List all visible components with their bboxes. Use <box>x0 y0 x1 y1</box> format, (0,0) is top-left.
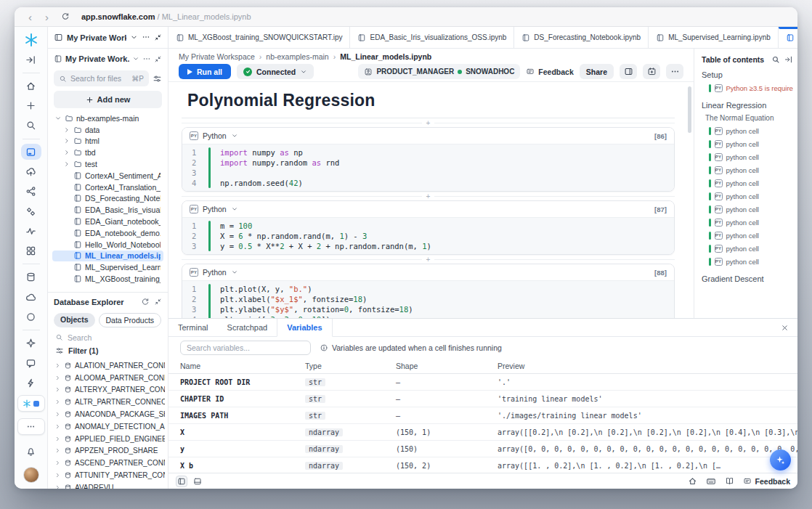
tab-DS_Forecasting_Notebook.ipynb[interactable]: DS_Forecasting_Notebook.ipynb <box>514 27 649 48</box>
status-feedback-button[interactable]: Feedback <box>743 477 790 486</box>
more-icon[interactable] <box>142 54 151 63</box>
code-cell[interactable]: PYPython[86]1import numpy as np2import n… <box>182 127 675 192</box>
notebook-scrollbar[interactable] <box>688 86 691 133</box>
connection-status-button[interactable]: Connected <box>237 64 314 79</box>
insert-cell-divider[interactable]: + <box>182 192 675 200</box>
insert-cell-plus-icon[interactable]: + <box>422 256 435 264</box>
toc-heading-Setup[interactable]: Setup <box>702 70 793 79</box>
chevron-right-icon[interactable] <box>54 423 61 430</box>
flash-icon[interactable] <box>21 375 41 391</box>
insert-cell-plus-icon[interactable]: + <box>422 192 435 200</box>
chevron-right-icon[interactable] <box>62 160 70 168</box>
tab-ML_Linear_models.ipynb[interactable]: ML_Linear_models.ipynb <box>779 27 797 48</box>
markdown-title[interactable]: Polynomial Regression <box>187 91 675 110</box>
chevron-right-icon[interactable] <box>54 362 61 369</box>
toc-search-icon[interactable] <box>771 55 780 64</box>
snowflake-logo-icon[interactable] <box>21 32 41 47</box>
dashboards-icon[interactable] <box>21 243 41 258</box>
copilot-button[interactable] <box>770 449 791 471</box>
more-icon[interactable] <box>142 31 150 44</box>
ai-icon[interactable] <box>21 335 41 351</box>
chevron-right-icon[interactable] <box>54 399 61 405</box>
file-filter-icon[interactable] <box>153 74 162 84</box>
run-all-button[interactable]: Run all <box>179 64 231 79</box>
toc-cell-link[interactable]: PYpython cell <box>702 176 793 190</box>
bottom-tab-Terminal[interactable]: Terminal <box>169 319 218 336</box>
collapse-panel-icon[interactable] <box>154 31 162 44</box>
tree-item-Hello_World_Notebook.ipy...[interactable]: Hello_World_Notebook.ipy... <box>52 239 163 251</box>
database-item-APPZEN_PROD_SHARE[interactable]: APPZEN_PROD_SHARE <box>51 445 165 457</box>
tree-item-ML_XGBoost_training_SN...[interactable]: ML_XGBoost_training_SN... <box>52 273 163 285</box>
toc-cell-link[interactable]: PYpython cell <box>702 163 793 176</box>
admin-icon[interactable] <box>21 290 41 305</box>
chevron-right-icon[interactable] <box>54 375 61 381</box>
marketplace-icon[interactable] <box>21 164 41 179</box>
chevron-right-icon[interactable] <box>54 484 61 489</box>
cell-language-selector[interactable]: PYPython[87] <box>182 201 674 217</box>
database-item-ALATION_PARTNER_CONN...[interactable]: ALATION_PARTNER_CONN... <box>51 359 165 372</box>
toc-cell-link[interactable]: PYpython cell <box>702 124 793 137</box>
database-item-ALOOMA_PARTNER_CONN...[interactable]: ALOOMA_PARTNER_CONN... <box>51 372 165 384</box>
database-item-ASCEND_PARTNER_CONNE...[interactable]: ASCEND_PARTNER_CONNE... <box>51 457 165 469</box>
toc-cell-link[interactable]: PYpython cell <box>702 242 793 255</box>
tree-item-ML_Linear_models.ipynb[interactable]: ML_Linear_models.ipynb <box>52 251 163 262</box>
tree-item-test[interactable]: test <box>52 158 163 170</box>
copilot-widget-button[interactable] <box>17 395 45 412</box>
cell-code[interactable]: 1plt.plot(X, y, "b.")2plt.xlabel("$x_1$"… <box>182 280 674 318</box>
breadcrumb-folder[interactable]: nb-examples-main <box>266 52 328 61</box>
database-filter[interactable]: Filter (1) <box>48 346 168 359</box>
collapse-panel-icon[interactable] <box>154 55 162 63</box>
activity-icon[interactable] <box>21 224 41 239</box>
chevron-right-icon[interactable] <box>54 386 61 393</box>
cell-code[interactable]: 1import numpy as np2import numpy.random … <box>182 144 674 191</box>
copilot-chat-icon[interactable] <box>21 355 41 370</box>
user-avatar[interactable] <box>23 467 39 483</box>
toc-cell-link[interactable]: PYpython cell <box>702 216 793 229</box>
side-panel-toggle-button[interactable] <box>620 64 637 79</box>
cell-language-selector[interactable]: PYPython[88] <box>182 264 674 280</box>
code-cell[interactable]: PYPython[88]1plt.plot(X, y, "b.")2plt.xl… <box>182 264 675 318</box>
search-files-input[interactable]: Search for files ⌘P <box>54 70 149 86</box>
toc-cell-link[interactable]: PYPython ≥3.5 is required <box>702 81 793 94</box>
database-item-ANACONDA_PACKAGE_SH...[interactable]: ANACONDA_PACKAGE_SH... <box>51 408 165 420</box>
database-item-AVADREVU[interactable]: AVADREVU <box>51 481 165 489</box>
breadcrumb-workspace[interactable]: My Private Workspace <box>179 52 255 61</box>
toc-cell-link[interactable]: PYpython cell <box>702 137 793 150</box>
tree-item-EDA_Basic_Iris_visualizatio...[interactable]: EDA_Basic_Iris_visualizatio... <box>52 204 163 216</box>
horizon-icon[interactable] <box>21 309 41 325</box>
toc-cell-link[interactable]: PYpython cell <box>702 255 793 268</box>
tree-item-EDA_Giant_notebook_170c...[interactable]: EDA_Giant_notebook_170c... <box>52 216 163 227</box>
chevron-right-icon[interactable] <box>54 436 61 442</box>
database-search-input[interactable]: Search <box>48 332 168 346</box>
workspace-tab[interactable]: My Private Work... <box>48 27 169 48</box>
bottom-tab-Scratchpad[interactable]: Scratchpad <box>218 319 277 336</box>
add-new-button[interactable]: Add new <box>54 91 162 108</box>
reload-icon[interactable] <box>57 12 74 21</box>
tree-item-data[interactable]: data <box>52 124 163 136</box>
more-actions-button[interactable] <box>666 64 683 79</box>
chevron-right-icon[interactable] <box>54 472 61 479</box>
refresh-icon[interactable] <box>141 298 150 306</box>
tree-item-EDA_notebook_demo.ipynb[interactable]: EDA_notebook_demo.ipynb <box>52 227 163 239</box>
tab-ML_XGBoost_training_SNOWQUICKSTART.ipy[interactable]: ML_XGBoost_training_SNOWQUICKSTART.ipy <box>169 27 350 48</box>
docs-book-icon[interactable] <box>725 476 734 486</box>
chevron-down-icon[interactable] <box>130 31 138 44</box>
close-panel-icon[interactable] <box>772 319 797 336</box>
transform-icon[interactable] <box>21 203 41 219</box>
database-item-ANOMALY_DETECTION_APP[interactable]: ANOMALY_DETECTION_APP <box>51 420 165 433</box>
toc-heading-Gradient Descent[interactable]: Gradient Descent <box>702 274 793 283</box>
chevron-right-icon[interactable] <box>62 126 70 134</box>
database-item-APPLIED_FIELD_ENGINEERI...[interactable]: APPLIED_FIELD_ENGINEERI... <box>51 433 165 445</box>
variable-row-PROJECT_ROOT_DIR[interactable]: PROJECT_ROOT_DIRstr–'.' <box>169 374 797 391</box>
tree-item-CortexAI_Sentiment_Anal...[interactable]: CortexAI_Sentiment_Anal... <box>52 170 163 182</box>
data-icon[interactable] <box>21 269 41 285</box>
search-icon[interactable] <box>21 118 41 133</box>
toggle-bottom-panel-icon[interactable] <box>193 477 202 486</box>
collapse-rail-icon[interactable] <box>21 52 41 67</box>
chevron-right-icon[interactable] <box>54 411 61 418</box>
feedback-button[interactable]: Feedback <box>526 68 573 76</box>
chevron-right-icon[interactable] <box>54 447 61 454</box>
database-item-ALTR_PARTNER_CONNECT[interactable]: ALTR_PARTNER_CONNECT <box>51 396 165 408</box>
schedule-button[interactable] <box>643 64 660 79</box>
home-icon[interactable] <box>21 78 41 94</box>
